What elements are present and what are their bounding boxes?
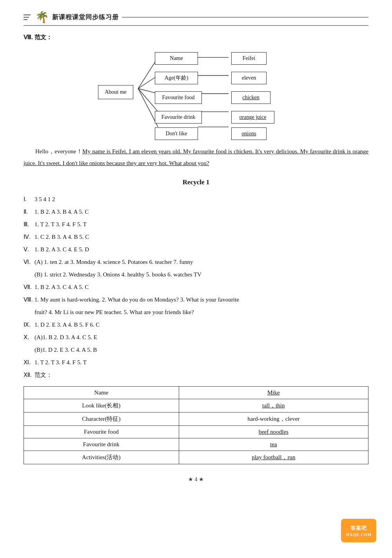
answer-content-6a: (A) 1. ten 2. at 3. Monday 4. science 5.… (34, 256, 193, 268)
table-cell-food-value: beef noodles (179, 426, 368, 438)
answer-row-11: Ⅺ. 1. T 2. T 3. F 4. F 5. T (24, 356, 368, 368)
roman-7: Ⅶ. (24, 281, 34, 293)
table-cell-drink-label: Favourite drink (24, 438, 179, 451)
answer-content-7: 1. B 2. A 3. C 4. A 5. C (34, 281, 89, 293)
table-cell-char-label: Character(特征) (24, 413, 179, 426)
table-cell-act-label: Activities(活动) (24, 451, 179, 464)
table-row-food: Favourite food beef noodles (24, 426, 368, 438)
table-row-drink: Favourite drink tea (24, 438, 368, 451)
answer-row-5: Ⅴ. 1. B 2. A 3. C 4. E 5. D (24, 244, 368, 255)
roman-6b (24, 269, 34, 280)
table-row-look: Look like(长相) tall，thin (24, 399, 368, 413)
header-divider (122, 17, 368, 18)
answer-content-12: 范文： (34, 369, 52, 381)
roman-3: Ⅲ. (24, 218, 34, 230)
table-cell-char-value: hard-working，clever (179, 413, 368, 426)
answer-row-8a: Ⅷ. 1. My aunt is hard-working. 2. What d… (24, 294, 368, 305)
roman-8b (24, 306, 34, 318)
recycle-heading: Recycle 1 (24, 178, 368, 186)
answers-section: Ⅰ. 3 5 4 1 2 Ⅱ. 1. B 2. A 3. B 4. A 5. C… (24, 193, 368, 381)
answer-row-9: Ⅸ. 1. D 2. E 3. A 4. B 5. F 6. C (24, 319, 368, 331)
answer-content-3: 1. T 2. T 3. F 4. F 5. T (34, 218, 87, 230)
answer-table: Name Mike Look like(长相) tall，thin Charac… (24, 386, 368, 464)
mind-onions-value: onions (231, 127, 267, 140)
answer-row-10b: (B)1. D 2. E 3. C 4. A 5. B (24, 344, 368, 356)
table-row-activities: Activities(活动) play football，run (24, 451, 368, 464)
lines-decoration (24, 14, 31, 21)
answer-row-6a: Ⅵ. (A) 1. ten 2. at 3. Monday 4. science… (24, 256, 368, 268)
table-cell-name-label: Name (24, 387, 179, 399)
answer-content-8b: fruit? 4. Mr Li is our new PE teacher. 5… (34, 306, 194, 318)
roman-6: Ⅵ. (24, 256, 34, 268)
table-cell-look-label: Look like(长相) (24, 399, 179, 413)
page-header: 🌴 新课程课堂同步练习册 (24, 12, 368, 26)
roman-10: Ⅹ. (24, 331, 34, 343)
answer-row-6b: (B) 1. strict 2. Wednesday 3. Onions 4. … (24, 269, 368, 280)
table-section: Name Mike Look like(长相) tall，thin Charac… (24, 386, 368, 464)
answer-row-4: Ⅳ. 1. C 2. B 3. A 4. B 5. C (24, 231, 368, 243)
page-footer: ★ 4 ★ (24, 476, 368, 483)
roman-5: Ⅴ. (24, 244, 34, 255)
answer-content-8a: 1. My aunt is hard-working. 2. What do y… (34, 294, 239, 305)
watermark-name: 答案吧 (350, 525, 367, 532)
palm-icon: 🌴 (35, 12, 49, 23)
answer-content-11: 1. T 2. T 3. F 4. F 5. T (34, 356, 87, 368)
answer-content-9: 1. D 2. E 3. A 4. B 5. F 6. C (34, 319, 100, 331)
answer-content-6b: (B) 1. strict 2. Wednesday 3. Onions 4. … (34, 269, 201, 280)
mind-chicken-value: chicken (231, 91, 270, 104)
mind-about: About me (98, 85, 133, 99)
answer-content-5: 1. B 2. A 3. C 4. E 5. D (34, 244, 89, 255)
table-cell-food-label: Favourite food (24, 426, 179, 438)
mind-map: About me Name Age(年龄) Favourite food Fav… (86, 45, 306, 139)
essay-underline: My name is Feifei. I am eleven years old… (24, 148, 368, 166)
essay-text: Hello，everyone！My name is Feifei. I am e… (24, 145, 368, 169)
table-cell-act-value: play football，run (179, 451, 368, 464)
roman-2: Ⅱ. (24, 206, 34, 218)
answer-content-10b: (B)1. D 2. E 3. C 4. A 5. B (34, 344, 97, 356)
mind-age-label: Age(年龄) (155, 72, 198, 84)
answer-row-2: Ⅱ. 1. B 2. A 3. B 4. A 5. C (24, 206, 368, 218)
logo: 🌴 新课程课堂同步练习册 (24, 12, 119, 23)
answer-row-1: Ⅰ. 3 5 4 1 2 (24, 193, 368, 205)
answer-row-3: Ⅲ. 1. T 2. T 3. F 4. F 5. T (24, 218, 368, 230)
table-cell-drink-value: tea (179, 438, 368, 451)
mind-name-label: Name (155, 52, 198, 65)
table-cell-look-value: tall，thin (179, 399, 368, 413)
roman-9: Ⅸ. (24, 319, 34, 331)
roman-4: Ⅳ. (24, 231, 34, 243)
answer-content-10a: (A)1. B 2. D 3. A 4. C 5. E (34, 331, 97, 343)
roman-1: Ⅰ. (24, 193, 34, 205)
roman-12: Ⅻ. (24, 369, 34, 381)
answer-content-4: 1. C 2. B 3. A 4. B 5. C (34, 231, 89, 243)
answer-row-10a: Ⅹ. (A)1. B 2. D 3. A 4. C 5. E (24, 331, 368, 343)
roman-11: Ⅺ. (24, 356, 34, 368)
mind-dontlike-label: Don't like (155, 127, 198, 140)
section-viii-top-label: Ⅷ. 范文： (24, 34, 368, 41)
header-title: 新课程课堂同步练习册 (52, 13, 119, 22)
mind-feifei-value: Feifei (231, 52, 267, 65)
mind-drink-label: Favourite drink (155, 111, 202, 124)
mind-eleven-value: eleven (231, 72, 267, 84)
answer-row-12: Ⅻ. 范文： (24, 369, 368, 381)
roman-8: Ⅷ. (24, 294, 34, 305)
watermark-url: MXQE.COM (346, 533, 372, 537)
answer-content-2: 1. B 2. A 3. B 4. A 5. C (34, 206, 89, 218)
table-cell-name-value: Mike (179, 387, 368, 399)
mind-oj-value: orange juice (231, 111, 274, 124)
answer-row-8b: fruit? 4. Mr Li is our new PE teacher. 5… (24, 306, 368, 318)
answer-row-7: Ⅶ. 1. B 2. A 3. C 4. A 5. C (24, 281, 368, 293)
watermark: 答案吧 MXQE.COM (341, 519, 376, 542)
roman-10b (24, 344, 34, 356)
page-number: ★ 4 ★ (188, 476, 204, 482)
table-row-name: Name Mike (24, 387, 368, 399)
mind-food-label: Favourite food (155, 91, 202, 104)
table-row-character: Character(特征) hard-working，clever (24, 413, 368, 426)
answer-content-1: 3 5 4 1 2 (34, 193, 55, 205)
